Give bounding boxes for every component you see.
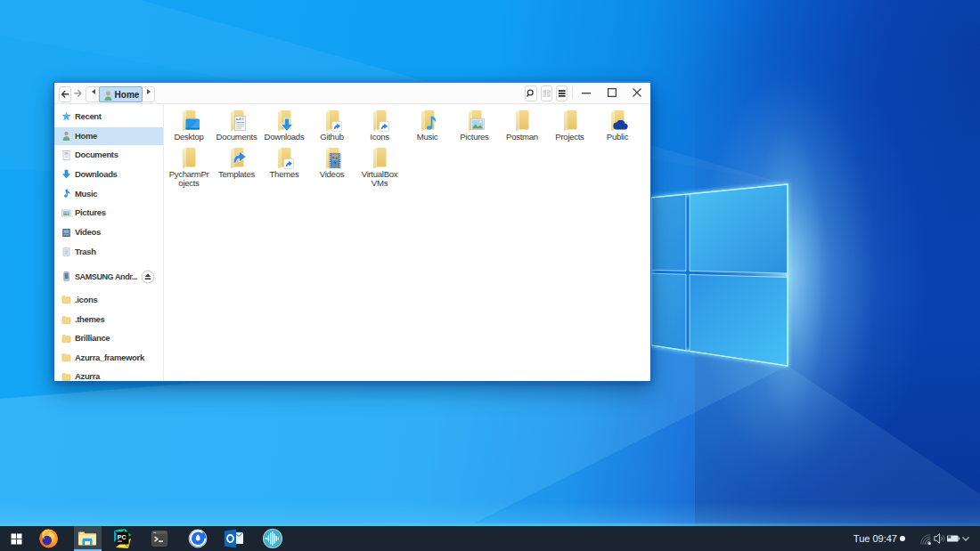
svg-text:PC: PC xyxy=(118,534,127,540)
